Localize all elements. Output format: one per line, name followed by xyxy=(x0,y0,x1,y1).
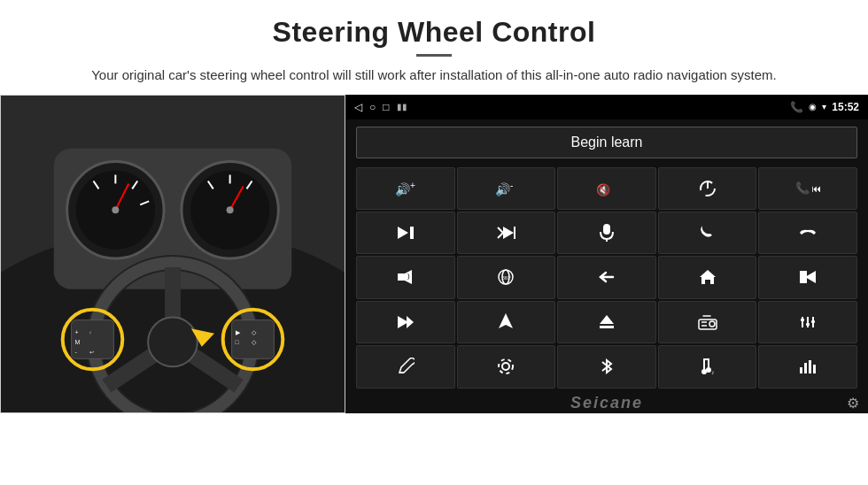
svg-rect-61 xyxy=(803,271,807,283)
location-icon: ◉ xyxy=(809,102,817,112)
eject-button[interactable] xyxy=(557,301,656,343)
recents-nav-icon[interactable]: □ xyxy=(383,101,389,113)
svg-text:↩: ↩ xyxy=(89,350,94,355)
phone-icon: 📞 xyxy=(790,101,803,113)
svg-text:): ) xyxy=(407,272,410,280)
svg-marker-64 xyxy=(499,313,513,328)
svg-line-48 xyxy=(498,233,503,238)
svg-rect-77 xyxy=(811,320,815,323)
eq-button[interactable] xyxy=(758,301,857,343)
svg-text:-: - xyxy=(75,349,77,355)
prev-button[interactable] xyxy=(758,256,857,298)
home-button[interactable] xyxy=(658,256,757,298)
power-button[interactable] xyxy=(658,167,757,210)
next-button[interactable] xyxy=(356,212,455,254)
svg-line-47 xyxy=(498,227,503,233)
svg-text:+: + xyxy=(75,329,79,335)
svg-text:♪: ♪ xyxy=(711,369,715,375)
svg-point-10 xyxy=(112,206,119,213)
header-section: Steering Wheel Control Your original car… xyxy=(0,0,868,95)
svg-rect-50 xyxy=(514,227,515,239)
car-image-area: + M - ↑ ↩ ▶ □ ◇ ◇ xyxy=(0,95,345,413)
car-image-svg: + M - ↑ ↩ ▶ □ ◇ ◇ xyxy=(1,96,345,412)
svg-marker-45 xyxy=(398,227,408,239)
svg-text:+: + xyxy=(410,181,415,190)
page-title: Steering Wheel Control xyxy=(53,16,815,49)
android-statusbar: ◁ ○ □ ▮▮ 📞 ◉ ▾ 15:52 xyxy=(345,95,868,119)
svg-rect-90 xyxy=(813,365,816,373)
svg-marker-58 xyxy=(700,270,716,284)
nav-button[interactable] xyxy=(457,301,556,343)
svg-rect-46 xyxy=(410,227,414,239)
svg-rect-51 xyxy=(603,224,610,235)
statusbar-right: 📞 ◉ ▾ 15:52 xyxy=(790,101,859,113)
controls-grid: 🔊+ 🔊- 🔇 📞⏮ xyxy=(345,166,868,394)
svg-point-17 xyxy=(227,206,234,213)
back-nav-icon[interactable]: ◁ xyxy=(354,101,362,113)
mic-button[interactable] xyxy=(557,212,656,254)
call-button[interactable] xyxy=(658,212,757,254)
bluetooth-button[interactable] xyxy=(557,345,656,388)
android-panel: ◁ ○ □ ▮▮ 📞 ◉ ▾ 15:52 Begin learn xyxy=(345,95,868,413)
svg-point-68 xyxy=(709,321,715,327)
home-nav-icon[interactable]: ○ xyxy=(369,101,376,113)
svg-rect-88 xyxy=(804,363,807,373)
svg-text:↑: ↑ xyxy=(89,330,92,335)
ff-button[interactable] xyxy=(457,212,556,254)
svg-rect-76 xyxy=(806,323,810,326)
svg-rect-67 xyxy=(699,319,717,329)
title-divider xyxy=(416,54,452,57)
svg-text:360°: 360° xyxy=(502,275,511,281)
svg-point-23 xyxy=(148,317,198,366)
seicane-watermark: Seicane xyxy=(570,394,643,412)
svg-text:🔊: 🔊 xyxy=(395,182,411,197)
skip-button[interactable] xyxy=(356,301,455,343)
vol-down-button[interactable]: 🔊- xyxy=(457,167,556,210)
hang-up-button[interactable] xyxy=(758,212,857,254)
svg-rect-89 xyxy=(809,360,811,373)
page-wrapper: Steering Wheel Control Your original car… xyxy=(0,0,868,485)
spectrum-button[interactable] xyxy=(758,345,857,388)
vol-up-button[interactable]: 🔊+ xyxy=(356,167,455,210)
svg-rect-87 xyxy=(800,367,802,373)
music-button[interactable]: ♪ xyxy=(658,345,757,388)
svg-text:🔇: 🔇 xyxy=(596,182,611,197)
phone-prev-button[interactable]: 📞⏮ xyxy=(758,167,857,210)
svg-point-80 xyxy=(499,359,513,373)
svg-marker-63 xyxy=(407,316,414,328)
svg-rect-66 xyxy=(600,326,614,328)
horn-button[interactable]: ) xyxy=(356,256,455,298)
gear-icon[interactable]: ⚙ xyxy=(847,395,859,412)
mute-button[interactable]: 🔇 xyxy=(557,167,656,210)
settings2-button[interactable] xyxy=(457,345,556,388)
360-button[interactable]: 360° xyxy=(457,256,556,298)
begin-learn-bar: Begin learn xyxy=(345,119,868,166)
svg-text:-: - xyxy=(510,181,513,190)
subtitle: Your original car's steering wheel contr… xyxy=(89,65,779,86)
svg-point-79 xyxy=(502,363,509,370)
pen-button[interactable] xyxy=(356,345,455,388)
content-section: + M - ↑ ↩ ▶ □ ◇ ◇ xyxy=(0,95,868,486)
begin-learn-button[interactable]: Begin learn xyxy=(356,127,857,158)
statusbar-left: ◁ ○ □ ▮▮ xyxy=(354,101,407,113)
signal-icon: ▮▮ xyxy=(397,102,407,112)
radio-button[interactable] xyxy=(658,301,757,343)
svg-marker-49 xyxy=(503,227,514,239)
back-button[interactable] xyxy=(557,256,656,298)
svg-rect-75 xyxy=(801,319,804,321)
status-time: 15:52 xyxy=(832,101,859,113)
wifi-icon: ▾ xyxy=(822,102,826,112)
svg-rect-59 xyxy=(800,271,803,283)
svg-text:M: M xyxy=(75,339,81,345)
svg-text:🔊: 🔊 xyxy=(495,182,511,197)
svg-marker-65 xyxy=(600,315,614,324)
